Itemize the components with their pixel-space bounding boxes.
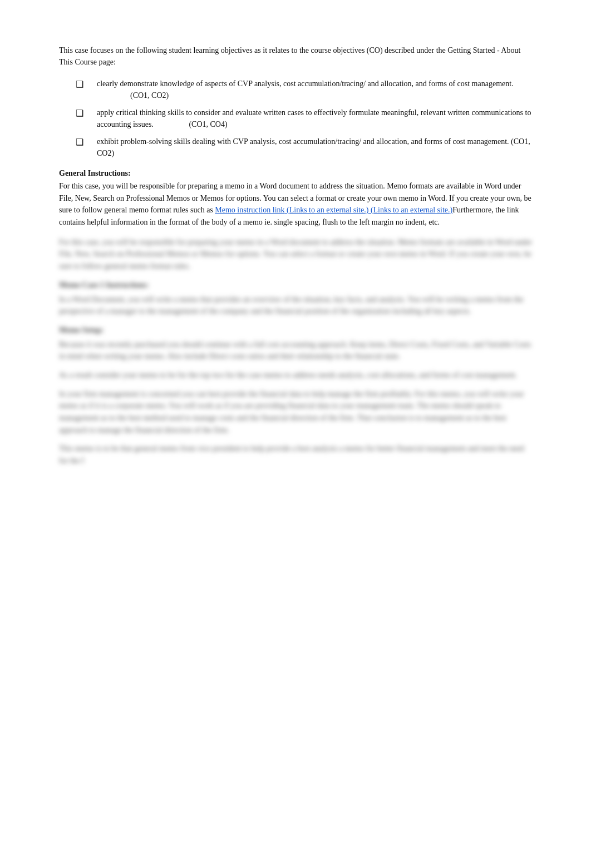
bullet-icon-2: ❑ <box>76 107 87 120</box>
blurred-line-1: For this case, you will be responsible f… <box>59 236 532 272</box>
bullet-icon-1: ❑ <box>76 78 87 91</box>
bullet-icon-3: ❑ <box>76 136 87 149</box>
blurred-para-2: Because it was recently purchased you sh… <box>59 339 532 363</box>
bullet-text-3: exhibit problem-solving skills dealing w… <box>97 136 532 159</box>
blurred-para-3: As a result consider your memo to be for… <box>59 369 532 381</box>
instructions-body: For this case, you will be responsible f… <box>59 180 532 229</box>
general-instructions-label: General Instructions: <box>59 169 532 178</box>
blurred-para-1: In a Word Document, you will write a mem… <box>59 294 532 318</box>
bullet-item-3: ❑ exhibit problem-solving skills dealing… <box>59 136 532 159</box>
external-link-2[interactable]: (Links to an external site.) <box>368 206 452 214</box>
blurred-heading-1: Memo Case 1 Instructions: <box>59 279 532 291</box>
bullet-text-2: apply critical thinking skills to consid… <box>97 107 532 130</box>
co-ref-2: (CO1, CO4) <box>189 120 227 128</box>
co-ref-1: (CO1, CO2) <box>130 91 169 100</box>
bullet-text-1: clearly demonstrate knowledge of aspects… <box>97 78 532 101</box>
blurred-content: For this case, you will be responsible f… <box>59 236 532 467</box>
memo-instruction-link[interactable]: Memo instruction link <box>215 206 284 214</box>
bullet-item-2: ❑ apply critical thinking skills to cons… <box>59 107 532 130</box>
blurred-heading-2: Memo Setup: <box>59 324 532 336</box>
blurred-para-4: In your firm management is concerned you… <box>59 388 532 437</box>
bullet-list: ❑ clearly demonstrate knowledge of aspec… <box>59 78 532 159</box>
external-link-1[interactable]: (Links to an external site.) <box>285 206 369 214</box>
blurred-para-5: This memo is to be that general memo fro… <box>59 443 532 467</box>
intro-paragraph: This case focuses on the following stude… <box>59 44 532 68</box>
bullet-item-1: ❑ clearly demonstrate knowledge of aspec… <box>59 78 532 101</box>
